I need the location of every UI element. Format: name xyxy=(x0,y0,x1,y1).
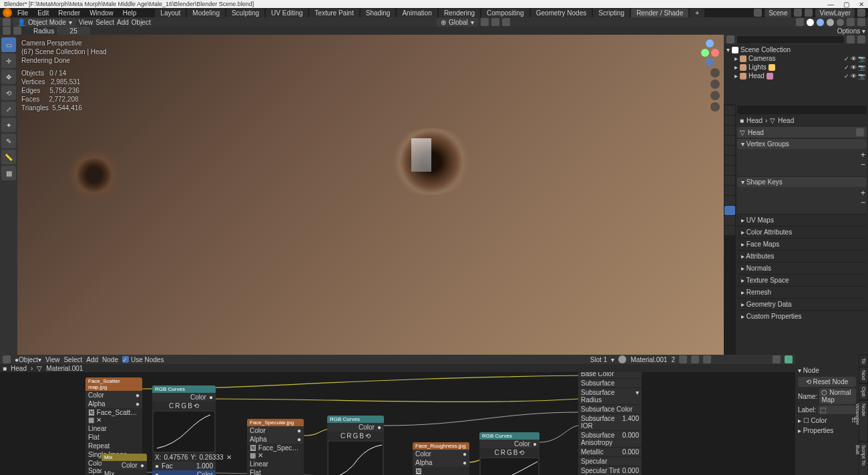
scale-tool[interactable]: ⤢ xyxy=(1,102,16,116)
node-object-mode[interactable]: ●Object▾ xyxy=(15,356,41,363)
menu-window[interactable]: Window xyxy=(85,9,118,17)
shape-keys-header[interactable]: ▾ Shape Keys xyxy=(737,177,867,187)
outliner-tree[interactable]: ▾Scene Collection ▸Cameras✓👁📷 ▸Lights✓👁📷… xyxy=(724,44,868,104)
cursor-tool-icon[interactable] xyxy=(3,27,11,35)
viewlayer-icon[interactable] xyxy=(805,9,813,17)
tab-modeling[interactable]: Modeling xyxy=(187,9,225,17)
foldout-normals[interactable]: ▸ Normals xyxy=(737,262,867,274)
overlay-icon[interactable] xyxy=(857,18,865,26)
foldout-attributes[interactable]: ▸ Attributes xyxy=(737,250,867,262)
rotate-tool[interactable]: ⟲ xyxy=(1,86,16,100)
blender-logo-icon[interactable] xyxy=(3,8,12,17)
shading-matpreview-icon[interactable] xyxy=(827,19,834,26)
material-name-field[interactable]: Material.001 xyxy=(630,356,667,363)
remove-vgroup-button[interactable]: − xyxy=(861,160,865,169)
transform-tool[interactable]: ✦ xyxy=(1,118,16,132)
properties-search-input[interactable] xyxy=(737,106,867,114)
prop-tab-modifier[interactable] xyxy=(724,166,735,175)
selection-mode-icon[interactable] xyxy=(13,27,21,35)
prop-tab-world[interactable] xyxy=(724,146,735,155)
node-label-field[interactable]: ⬚ xyxy=(818,406,856,414)
node-canvas[interactable]: Face_Scatter map.jpg Color● Alpha● 🖼 Fac… xyxy=(0,372,795,475)
camera-icon[interactable] xyxy=(710,91,720,100)
ntab-wrangler[interactable]: Node Wrangler xyxy=(859,401,867,441)
material-icon[interactable] xyxy=(618,355,626,363)
ntab-nod[interactable]: Nod xyxy=(859,367,867,383)
nh-node[interactable]: Node xyxy=(102,356,118,363)
zoom-icon[interactable] xyxy=(710,68,720,77)
prop-tab-material[interactable] xyxy=(724,216,735,225)
remove-shapekey-button[interactable]: − xyxy=(861,198,865,207)
principled-bsdf-node[interactable]: Base Color Subsurface Subsurface Radius▾… xyxy=(578,372,642,475)
orientation-dropdown[interactable]: ⊕Global▾ xyxy=(437,18,478,27)
bc-obj[interactable]: Head xyxy=(11,365,27,372)
prop-tab-texture[interactable] xyxy=(724,226,735,235)
hdr-select[interactable]: Select xyxy=(95,19,114,26)
prop-tab-render[interactable] xyxy=(724,106,735,115)
foldout-remesh[interactable]: ▸ Remesh xyxy=(737,286,867,298)
menu-file[interactable]: File xyxy=(13,9,32,17)
minimize-button[interactable]: — xyxy=(827,1,834,8)
prop-tab-mesh-data[interactable] xyxy=(724,206,735,215)
node-image-roughness[interactable]: Face_Roughness.jpg Color● Alpha● 🖼 Face_… xyxy=(413,442,469,475)
overlay-node-icon[interactable] xyxy=(785,355,793,363)
nh-select[interactable]: Select xyxy=(63,356,82,363)
new-collection-icon[interactable] xyxy=(857,35,865,43)
cursor-tool[interactable]: ✛ xyxy=(1,53,16,68)
slot-dropdown[interactable]: Slot 1 xyxy=(590,356,608,363)
material-unlink-icon[interactable] xyxy=(691,355,699,363)
node-rgb-curves-3[interactable]: RGB Curves Color● CRGB⟲ xyxy=(479,432,539,475)
ntab-script[interactable]: Script To Butt xyxy=(859,442,867,475)
close-button[interactable]: ✕ xyxy=(859,1,864,8)
viewlayer-new-icon[interactable] xyxy=(857,9,865,17)
node-rgb-curves-1[interactable]: RGB Curves Color● CRGB⟲ X:0.47576Y:0.263… xyxy=(152,385,216,475)
hdr-view[interactable]: View xyxy=(79,19,93,26)
maximize-button[interactable]: ▢ xyxy=(843,1,849,8)
pan-icon[interactable] xyxy=(710,80,720,89)
shading-wireframe-icon[interactable] xyxy=(807,19,814,26)
tab-rendering[interactable]: Rendering xyxy=(439,9,480,17)
tab-scripting[interactable]: Scripting xyxy=(593,9,630,17)
ns-header[interactable]: Node xyxy=(803,367,819,374)
tab-compositing[interactable]: Compositing xyxy=(481,9,529,17)
menu-render[interactable]: Render xyxy=(54,9,84,17)
outliner-cameras[interactable]: ▸Cameras✓👁📷 xyxy=(726,54,865,63)
scene-icon[interactable] xyxy=(754,9,762,17)
outliner-lights[interactable]: ▸Lights✓👁📷 xyxy=(726,63,865,71)
nav-gizmo[interactable] xyxy=(700,39,720,67)
measure-tool[interactable]: 📏 xyxy=(1,150,16,164)
bc-mat[interactable]: Material.001 xyxy=(46,365,83,372)
prop-tab-constraint[interactable] xyxy=(724,196,735,205)
tab-sculpting[interactable]: Sculpting xyxy=(226,9,264,17)
3d-viewport[interactable]: Camera Perspective (67) Scene Collection… xyxy=(17,35,724,355)
ntab-opti[interactable]: Opti xyxy=(859,384,867,400)
shading-rendered-icon[interactable] xyxy=(837,19,844,26)
node-name-field[interactable]: ⬡ Normal Map xyxy=(819,388,856,404)
prop-tab-output[interactable] xyxy=(724,116,735,125)
pin-icon[interactable] xyxy=(703,355,711,363)
options-dropdown[interactable]: Options ▾ xyxy=(837,27,865,35)
shading-solid-icon[interactable] xyxy=(817,19,824,26)
node-rgb-curves-2[interactable]: RGB Curves Color● CRGB⟲ X:0.44924Y:0.010… xyxy=(327,416,384,475)
tab-texture-paint[interactable]: Texture Paint xyxy=(309,9,359,17)
radius-input[interactable]: 25 xyxy=(57,27,90,35)
foldout-face-maps[interactable]: ▸ Face Maps xyxy=(737,238,867,250)
scene-browse-icon[interactable] xyxy=(794,9,802,17)
prop-tab-object[interactable] xyxy=(724,156,735,165)
proportional-icon[interactable] xyxy=(502,18,510,26)
outliner-search-input[interactable] xyxy=(737,36,844,43)
nh-view[interactable]: View xyxy=(45,356,60,363)
tab-render-shade[interactable]: Render / Shade xyxy=(631,9,688,17)
foldout-texture-space[interactable]: ▸ Texture Space xyxy=(737,274,867,286)
tab-add-workspace[interactable]: + xyxy=(690,9,704,17)
use-nodes-checkbox[interactable]: ✓Use Nodes xyxy=(122,356,164,363)
properties-foldout[interactable]: Properties xyxy=(803,427,834,434)
playback-pause-icon[interactable] xyxy=(847,18,855,26)
nh-add[interactable]: Add xyxy=(86,356,98,363)
prop-tab-physics[interactable] xyxy=(724,186,735,195)
tab-geonodes[interactable]: Geometry Nodes xyxy=(531,9,592,17)
tab-layout[interactable]: Layout xyxy=(155,9,186,17)
menu-help[interactable]: Help xyxy=(119,9,141,17)
gizmo-toggle-icon[interactable] xyxy=(796,18,804,26)
prop-tab-particle[interactable] xyxy=(724,176,735,185)
